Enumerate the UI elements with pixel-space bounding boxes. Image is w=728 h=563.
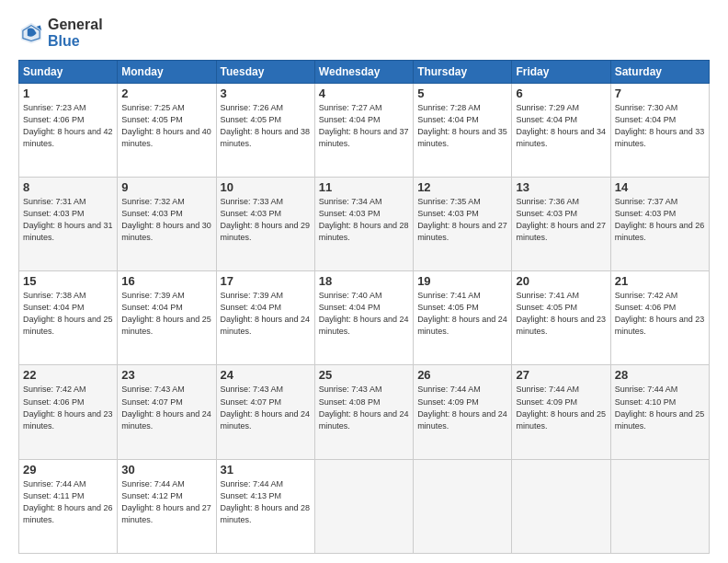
day-info: Sunrise: 7:40 AM Sunset: 4:04 PM Dayligh… xyxy=(319,290,409,338)
day-number: 22 xyxy=(23,368,113,382)
day-info: Sunrise: 7:44 AM Sunset: 4:11 PM Dayligh… xyxy=(23,478,113,526)
day-cell: 5 Sunrise: 7:28 AM Sunset: 4:04 PM Dayli… xyxy=(414,83,512,177)
day-info: Sunrise: 7:41 AM Sunset: 4:05 PM Dayligh… xyxy=(417,290,507,338)
day-info: Sunrise: 7:36 AM Sunset: 4:03 PM Dayligh… xyxy=(516,196,606,244)
day-number: 14 xyxy=(615,180,705,194)
day-info: Sunrise: 7:23 AM Sunset: 4:06 PM Dayligh… xyxy=(23,102,113,150)
page: General Blue Sunday Monday Tuesday Wedne… xyxy=(0,0,728,563)
calendar-row: 15 Sunrise: 7:38 AM Sunset: 4:04 PM Dayl… xyxy=(19,271,710,365)
day-info: Sunrise: 7:26 AM Sunset: 4:05 PM Dayligh… xyxy=(221,102,311,150)
day-number: 13 xyxy=(516,180,606,194)
day-number: 11 xyxy=(319,180,409,194)
day-info: Sunrise: 7:41 AM Sunset: 4:05 PM Dayligh… xyxy=(516,290,606,338)
day-number: 28 xyxy=(615,368,705,382)
day-cell: 30 Sunrise: 7:44 AM Sunset: 4:12 PM Dayl… xyxy=(118,459,216,553)
day-number: 7 xyxy=(615,86,705,100)
day-cell: 21 Sunrise: 7:42 AM Sunset: 4:06 PM Dayl… xyxy=(610,271,709,365)
day-number: 12 xyxy=(417,180,507,194)
empty-cell xyxy=(414,459,512,553)
header-sunday: Sunday xyxy=(19,60,118,83)
day-info: Sunrise: 7:30 AM Sunset: 4:04 PM Dayligh… xyxy=(615,102,705,150)
day-cell: 13 Sunrise: 7:36 AM Sunset: 4:03 PM Dayl… xyxy=(512,178,610,271)
day-number: 10 xyxy=(221,180,311,194)
day-info: Sunrise: 7:44 AM Sunset: 4:09 PM Dayligh… xyxy=(417,384,507,431)
day-number: 8 xyxy=(23,180,113,194)
calendar-table: Sunday Monday Tuesday Wednesday Thursday… xyxy=(18,60,710,554)
day-info: Sunrise: 7:27 AM Sunset: 4:04 PM Dayligh… xyxy=(319,102,409,150)
day-cell: 22 Sunrise: 7:42 AM Sunset: 4:06 PM Dayl… xyxy=(19,365,118,459)
day-number: 23 xyxy=(121,368,211,382)
day-cell: 23 Sunrise: 7:43 AM Sunset: 4:07 PM Dayl… xyxy=(118,365,216,459)
day-info: Sunrise: 7:28 AM Sunset: 4:04 PM Dayligh… xyxy=(417,102,507,150)
day-cell: 2 Sunrise: 7:25 AM Sunset: 4:05 PM Dayli… xyxy=(118,83,216,177)
day-number: 9 xyxy=(121,180,211,194)
header-tuesday: Tuesday xyxy=(216,60,314,83)
day-cell: 4 Sunrise: 7:27 AM Sunset: 4:04 PM Dayli… xyxy=(314,83,413,177)
day-info: Sunrise: 7:31 AM Sunset: 4:03 PM Dayligh… xyxy=(23,196,113,244)
empty-cell xyxy=(314,459,413,553)
day-number: 17 xyxy=(221,274,311,288)
day-cell: 3 Sunrise: 7:26 AM Sunset: 4:05 PM Dayli… xyxy=(216,83,314,177)
header: General Blue xyxy=(18,17,710,51)
day-cell: 31 Sunrise: 7:44 AM Sunset: 4:13 PM Dayl… xyxy=(216,459,314,553)
day-cell: 27 Sunrise: 7:44 AM Sunset: 4:09 PM Dayl… xyxy=(512,365,610,459)
day-cell: 17 Sunrise: 7:39 AM Sunset: 4:04 PM Dayl… xyxy=(216,271,314,365)
header-thursday: Thursday xyxy=(414,60,512,83)
day-info: Sunrise: 7:29 AM Sunset: 4:04 PM Dayligh… xyxy=(516,102,606,150)
day-cell: 14 Sunrise: 7:37 AM Sunset: 4:03 PM Dayl… xyxy=(610,178,709,271)
day-number: 18 xyxy=(319,274,409,288)
day-number: 31 xyxy=(221,463,311,477)
day-cell: 7 Sunrise: 7:30 AM Sunset: 4:04 PM Dayli… xyxy=(610,83,709,177)
day-info: Sunrise: 7:43 AM Sunset: 4:07 PM Dayligh… xyxy=(121,384,211,431)
day-number: 4 xyxy=(319,86,409,100)
day-info: Sunrise: 7:42 AM Sunset: 4:06 PM Dayligh… xyxy=(615,290,705,338)
day-info: Sunrise: 7:25 AM Sunset: 4:05 PM Dayligh… xyxy=(121,102,211,150)
day-info: Sunrise: 7:42 AM Sunset: 4:06 PM Dayligh… xyxy=(23,384,113,431)
day-cell: 18 Sunrise: 7:40 AM Sunset: 4:04 PM Dayl… xyxy=(314,271,413,365)
empty-cell xyxy=(610,459,709,553)
day-cell: 25 Sunrise: 7:43 AM Sunset: 4:08 PM Dayl… xyxy=(314,365,413,459)
day-cell: 6 Sunrise: 7:29 AM Sunset: 4:04 PM Dayli… xyxy=(512,83,610,177)
day-cell: 26 Sunrise: 7:44 AM Sunset: 4:09 PM Dayl… xyxy=(414,365,512,459)
day-cell: 28 Sunrise: 7:44 AM Sunset: 4:10 PM Dayl… xyxy=(610,365,709,459)
day-number: 2 xyxy=(121,86,211,100)
day-cell: 9 Sunrise: 7:32 AM Sunset: 4:03 PM Dayli… xyxy=(118,178,216,271)
day-cell: 24 Sunrise: 7:43 AM Sunset: 4:07 PM Dayl… xyxy=(216,365,314,459)
day-number: 1 xyxy=(23,86,113,100)
day-cell: 10 Sunrise: 7:33 AM Sunset: 4:03 PM Dayl… xyxy=(216,178,314,271)
day-number: 26 xyxy=(417,368,507,382)
day-number: 6 xyxy=(516,86,606,100)
day-info: Sunrise: 7:44 AM Sunset: 4:13 PM Dayligh… xyxy=(221,478,311,526)
day-number: 16 xyxy=(121,274,211,288)
day-cell: 16 Sunrise: 7:39 AM Sunset: 4:04 PM Dayl… xyxy=(118,271,216,365)
day-cell: 12 Sunrise: 7:35 AM Sunset: 4:03 PM Dayl… xyxy=(414,178,512,271)
day-number: 27 xyxy=(516,368,606,382)
header-saturday: Saturday xyxy=(610,60,709,83)
day-info: Sunrise: 7:33 AM Sunset: 4:03 PM Dayligh… xyxy=(221,196,311,244)
day-info: Sunrise: 7:37 AM Sunset: 4:03 PM Dayligh… xyxy=(615,196,705,244)
day-cell: 1 Sunrise: 7:23 AM Sunset: 4:06 PM Dayli… xyxy=(19,83,118,177)
day-info: Sunrise: 7:38 AM Sunset: 4:04 PM Dayligh… xyxy=(23,290,113,338)
header-wednesday: Wednesday xyxy=(314,60,413,83)
day-cell: 20 Sunrise: 7:41 AM Sunset: 4:05 PM Dayl… xyxy=(512,271,610,365)
day-cell: 11 Sunrise: 7:34 AM Sunset: 4:03 PM Dayl… xyxy=(314,178,413,271)
day-info: Sunrise: 7:35 AM Sunset: 4:03 PM Dayligh… xyxy=(417,196,507,244)
calendar-row: 22 Sunrise: 7:42 AM Sunset: 4:06 PM Dayl… xyxy=(19,365,710,459)
day-number: 15 xyxy=(23,274,113,288)
logo-text: General Blue xyxy=(48,17,103,51)
day-number: 25 xyxy=(319,368,409,382)
logo: General Blue xyxy=(18,17,103,51)
day-info: Sunrise: 7:43 AM Sunset: 4:08 PM Dayligh… xyxy=(319,384,409,431)
day-cell: 19 Sunrise: 7:41 AM Sunset: 4:05 PM Dayl… xyxy=(414,271,512,365)
calendar-row: 1 Sunrise: 7:23 AM Sunset: 4:06 PM Dayli… xyxy=(19,83,710,177)
weekday-header-row: Sunday Monday Tuesday Wednesday Thursday… xyxy=(19,60,710,83)
day-cell: 8 Sunrise: 7:31 AM Sunset: 4:03 PM Dayli… xyxy=(19,178,118,271)
day-number: 21 xyxy=(615,274,705,288)
day-cell: 15 Sunrise: 7:38 AM Sunset: 4:04 PM Dayl… xyxy=(19,271,118,365)
empty-cell xyxy=(512,459,610,553)
day-cell: 29 Sunrise: 7:44 AM Sunset: 4:11 PM Dayl… xyxy=(19,459,118,553)
day-info: Sunrise: 7:32 AM Sunset: 4:03 PM Dayligh… xyxy=(121,196,211,244)
day-info: Sunrise: 7:34 AM Sunset: 4:03 PM Dayligh… xyxy=(319,196,409,244)
day-number: 5 xyxy=(417,86,507,100)
day-number: 19 xyxy=(417,274,507,288)
